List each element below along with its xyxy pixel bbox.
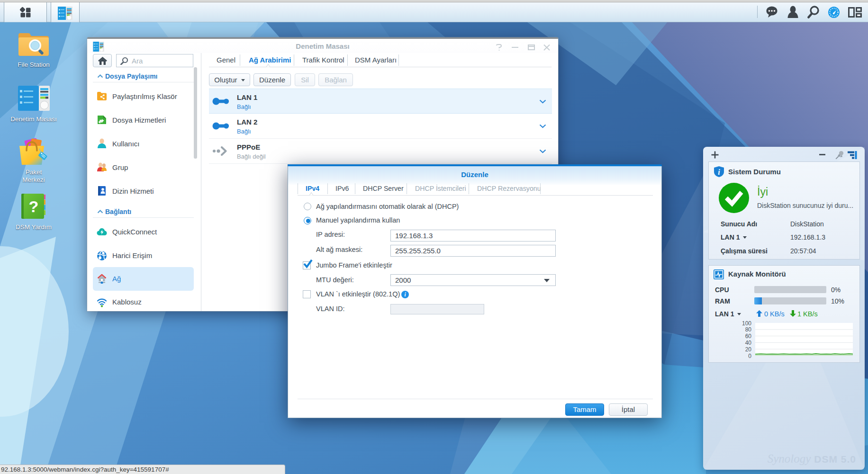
svg-text:i: i xyxy=(718,168,720,176)
svg-text:?: ? xyxy=(29,197,39,215)
